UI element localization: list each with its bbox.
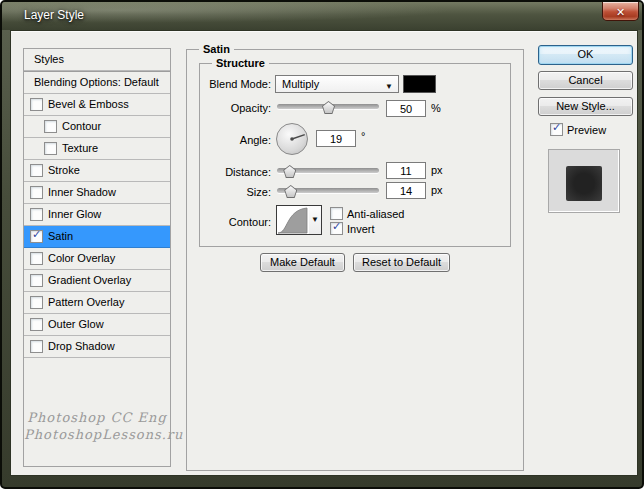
sidebar-item-styles[interactable]: Styles [24,49,170,71]
sidebar-item-gradient-overlay[interactable]: Gradient Overlay [24,270,170,292]
sidebar-item-label: Drop Shadow [48,336,115,357]
sidebar-item-label: Pattern Overlay [48,292,124,313]
sidebar-item-blending-options[interactable]: Blending Options: Default [24,72,170,94]
style-preview-box [548,149,620,213]
angle-dial[interactable] [275,122,310,157]
check-icon: ✓ [552,121,561,134]
sidebar-item-label: Bevel & Emboss [48,94,129,115]
size-slider[interactable] [277,184,379,198]
sidebar-item-pattern-overlay[interactable]: Pattern Overlay [24,292,170,314]
contour-checkbox[interactable] [44,120,57,133]
bevel-emboss-checkbox[interactable] [30,98,43,111]
style-preview-swatch [566,166,602,201]
gradient-overlay-checkbox[interactable] [30,274,43,287]
sidebar-item-label: Inner Shadow [48,182,116,203]
window-title: Layer Style [24,8,84,22]
structure-group-title: Structure [212,57,269,69]
opacity-input[interactable] [386,100,426,117]
texture-checkbox[interactable] [44,142,57,155]
outer-glow-checkbox[interactable] [30,318,43,331]
cancel-button[interactable]: Cancel [538,71,633,90]
contour-curve-icon [277,206,309,234]
sidebar-item-label: Outer Glow [48,314,104,335]
angle-input[interactable] [316,130,356,147]
opacity-slider-thumb[interactable] [322,101,335,114]
blend-mode-select[interactable]: Multiply ▼ [275,75,399,93]
sidebar-item-label: Inner Glow [48,204,101,225]
chevron-down-icon: ▼ [385,79,393,95]
sidebar-item-drop-shadow[interactable]: Drop Shadow [24,336,170,358]
stroke-checkbox[interactable] [30,164,43,177]
blend-mode-label: Blend Mode: [161,78,271,90]
sidebar-item-stroke[interactable]: Stroke [24,160,170,182]
sidebar-item-satin[interactable]: ✓ Satin [24,226,170,248]
make-default-button[interactable]: Make Default [260,253,345,272]
distance-input[interactable] [386,162,426,179]
distance-unit: px [431,164,443,176]
invert-label: Invert [347,223,375,235]
satin-checkbox[interactable]: ✓ [30,230,43,243]
inner-shadow-checkbox[interactable] [30,186,43,199]
contour-picker[interactable] [276,205,310,235]
angle-unit: ° [361,130,365,142]
size-label: Size: [161,186,271,198]
opacity-unit: % [431,102,441,114]
sidebar-item-label: Gradient Overlay [48,270,131,291]
watermark: Photoshop CC Eng PhotoshopLessons.ru [24,409,170,443]
check-icon: ✓ [32,228,41,241]
ok-button[interactable]: OK [538,45,633,65]
preview-checkbox[interactable]: ✓ [550,123,563,136]
sidebar-item-label: Texture [62,138,98,159]
sidebar-item-label: Stroke [48,160,80,181]
satin-panel-title: Satin [199,43,234,55]
titlebar[interactable]: Layer Style ✕ [2,2,642,30]
new-style-button[interactable]: New Style... [538,97,633,116]
opacity-label: Opacity: [161,102,271,114]
blend-color-swatch[interactable] [403,75,436,93]
size-input[interactable] [386,182,426,199]
sidebar-item-color-overlay[interactable]: Color Overlay [24,248,170,270]
dialog-content: Styles Blending Options: Default Bevel &… [10,30,638,476]
chevron-down-icon: ▼ [311,215,319,224]
watermark-line1: Photoshop CC Eng [24,409,170,426]
invert-checkbox[interactable]: ✓ [330,222,343,235]
sidebar-item-inner-shadow[interactable]: Inner Shadow [24,182,170,204]
styles-header-label: Styles [34,49,64,70]
sidebar-item-inner-glow[interactable]: Inner Glow [24,204,170,226]
layer-style-dialog: Layer Style ✕ Styles Blending Options: D… [0,0,644,489]
styles-list: Styles Blending Options: Default Bevel &… [23,48,171,467]
drop-shadow-checkbox[interactable] [30,340,43,353]
sidebar-item-label: Color Overlay [48,248,115,269]
blending-options-label: Blending Options: Default [34,72,159,93]
inner-glow-checkbox[interactable] [30,208,43,221]
angle-label: Angle: [161,134,271,146]
opacity-slider[interactable] [277,100,379,114]
sidebar-item-texture[interactable]: Texture [24,138,170,160]
close-icon: ✕ [616,6,625,18]
preview-label: Preview [567,124,606,136]
size-unit: px [431,184,443,196]
anti-aliased-label: Anti-aliased [347,208,404,220]
sidebar-item-outer-glow[interactable]: Outer Glow [24,314,170,336]
check-icon: ✓ [332,220,341,233]
anti-aliased-checkbox[interactable] [330,207,343,220]
sidebar-item-label: Satin [48,226,73,247]
reset-to-default-button[interactable]: Reset to Default [353,253,450,272]
sidebar-item-contour[interactable]: Contour [24,116,170,138]
close-button[interactable]: ✕ [602,2,639,21]
blend-mode-value: Multiply [282,78,319,90]
size-slider-thumb[interactable] [284,185,297,198]
distance-slider[interactable] [277,164,379,178]
distance-slider-thumb[interactable] [283,165,296,178]
watermark-line2: PhotoshopLessons.ru [24,426,170,443]
sidebar-item-bevel-emboss[interactable]: Bevel & Emboss [24,94,170,116]
distance-label: Distance: [161,166,271,178]
pattern-overlay-checkbox[interactable] [30,296,43,309]
color-overlay-checkbox[interactable] [30,252,43,265]
sidebar-item-label: Contour [62,116,101,137]
contour-label: Contour: [161,216,271,228]
contour-dropdown-button[interactable]: ▼ [309,205,322,235]
